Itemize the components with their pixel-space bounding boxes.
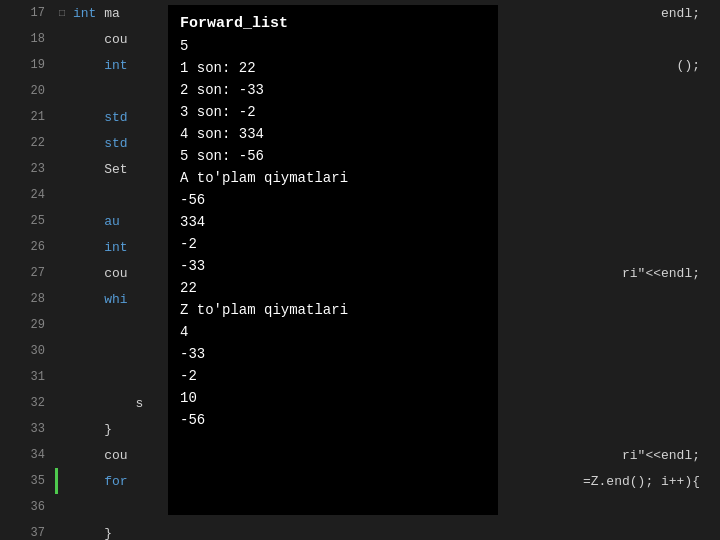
code-line-37: 37 } bbox=[0, 520, 720, 540]
console-zval-3: -2 bbox=[180, 365, 486, 387]
line-num-22: 22 bbox=[0, 136, 55, 150]
line-num-24: 24 bbox=[0, 188, 55, 202]
console-val-5: 22 bbox=[180, 277, 486, 299]
line-num-25: 25 bbox=[0, 214, 55, 228]
console-zval-4: 10 bbox=[180, 387, 486, 409]
console-popup: Forward_list 5 1 son: 22 2 son: -33 3 so… bbox=[168, 5, 498, 515]
line-num-27: 27 bbox=[0, 266, 55, 280]
console-section-a: A to'plam qiymatlari bbox=[180, 167, 486, 189]
line-num-32: 32 bbox=[0, 396, 55, 410]
code-37: } bbox=[69, 526, 720, 541]
console-line-6: 5 son: -56 bbox=[180, 145, 486, 167]
line-num-20: 20 bbox=[0, 84, 55, 98]
console-line-5: 4 son: 334 bbox=[180, 123, 486, 145]
line-num-35: 35 bbox=[0, 474, 55, 488]
console-val-4: -33 bbox=[180, 255, 486, 277]
line-num-31: 31 bbox=[0, 370, 55, 384]
code-editor: 17 □ int ma endl; 18 cou 19 int (); 20 2 bbox=[0, 0, 720, 540]
line-num-34: 34 bbox=[0, 448, 55, 462]
console-val-1: -56 bbox=[180, 189, 486, 211]
line-num-30: 30 bbox=[0, 344, 55, 358]
trail-34: ri"<<endl; bbox=[622, 448, 720, 463]
line-num-37: 37 bbox=[0, 526, 55, 540]
trail-19: (); bbox=[677, 58, 720, 73]
line-num-29: 29 bbox=[0, 318, 55, 332]
console-val-2: 334 bbox=[180, 211, 486, 233]
console-title: Forward_list bbox=[180, 13, 486, 35]
fold-17: □ bbox=[55, 8, 69, 19]
trail-27: ri"<<endl; bbox=[622, 266, 720, 281]
line-num-17: 17 bbox=[0, 6, 55, 20]
line-num-18: 18 bbox=[0, 32, 55, 46]
console-val-3: -2 bbox=[180, 233, 486, 255]
line-num-21: 21 bbox=[0, 110, 55, 124]
line-num-19: 19 bbox=[0, 58, 55, 72]
green-bar-35 bbox=[55, 468, 58, 494]
console-section-z: Z to'plam qiymatlari bbox=[180, 299, 486, 321]
line-num-23: 23 bbox=[0, 162, 55, 176]
line-num-26: 26 bbox=[0, 240, 55, 254]
console-zval-5: -56 bbox=[180, 409, 486, 431]
console-line-2: 1 son: 22 bbox=[180, 57, 486, 79]
line-num-28: 28 bbox=[0, 292, 55, 306]
line-num-33: 33 bbox=[0, 422, 55, 436]
trail-17: endl; bbox=[661, 6, 720, 21]
console-line-4: 3 son: -2 bbox=[180, 101, 486, 123]
console-zval-1: 4 bbox=[180, 321, 486, 343]
console-zval-2: -33 bbox=[180, 343, 486, 365]
line-num-36: 36 bbox=[0, 500, 55, 514]
console-line-3: 2 son: -33 bbox=[180, 79, 486, 101]
console-line-1: 5 bbox=[180, 35, 486, 57]
trail-35: =Z.end(); i++){ bbox=[583, 474, 720, 489]
